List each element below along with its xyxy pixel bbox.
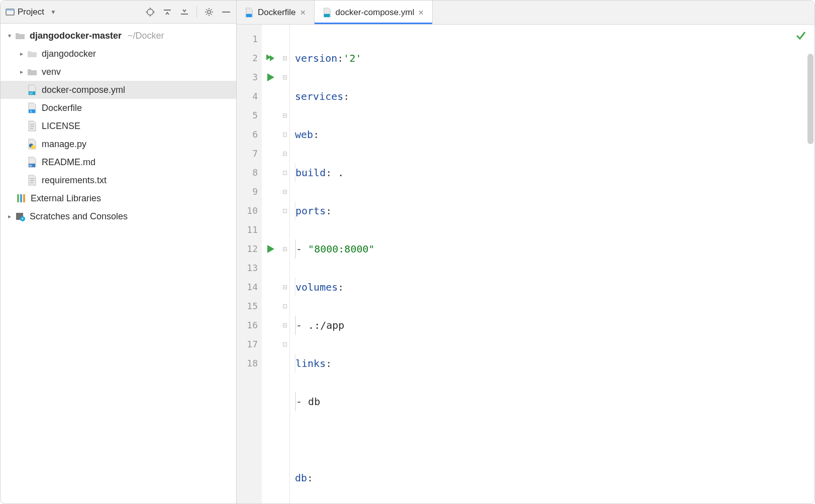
- tree-file-dockerfile[interactable]: D Dockerfile: [1, 99, 236, 117]
- line-number[interactable]: 12: [237, 239, 258, 259]
- hide-icon[interactable]: [221, 7, 231, 17]
- tab-label: Dockerfile: [258, 8, 296, 18]
- tab-docker-compose[interactable]: docker-compose.yml ✕: [315, 1, 433, 24]
- line-number[interactable]: 15: [237, 297, 258, 316]
- line-number-gutter[interactable]: 1 2 3 4 5 6 7 8 9 10 11 12 13 14 15 16 1…: [237, 25, 262, 503]
- svg-rect-27: [23, 194, 25, 202]
- line-number[interactable]: 16: [237, 316, 258, 335]
- fold-toggle-icon[interactable]: ⊟: [280, 239, 289, 259]
- chevron-down-icon: ▼: [50, 9, 56, 16]
- line-number[interactable]: 2: [237, 49, 258, 68]
- libraries-icon: [16, 193, 27, 204]
- editor-tabs: Dockerfile ✕ docker-compose.yml ✕: [237, 1, 814, 25]
- fold-end-icon[interactable]: ⊡: [280, 163, 289, 182]
- project-view-icon: [6, 8, 15, 17]
- svg-rect-1: [6, 9, 14, 11]
- scratches-icon: [15, 211, 26, 222]
- inspection-ok-icon[interactable]: [795, 30, 806, 41]
- close-icon[interactable]: ✕: [300, 9, 306, 17]
- run-services-icon[interactable]: [262, 49, 280, 68]
- line-number[interactable]: 14: [237, 278, 258, 297]
- sidebar-header: Project ▼: [1, 1, 236, 24]
- chevron-right-icon[interactable]: ▸: [17, 50, 27, 57]
- run-service-icon[interactable]: [262, 68, 280, 87]
- line-number[interactable]: 10: [237, 201, 258, 220]
- line-number[interactable]: 9: [237, 182, 258, 201]
- tree-item-label: README.md: [42, 157, 95, 168]
- svg-marker-33: [270, 55, 274, 61]
- sidebar-title-dropdown[interactable]: Project ▼: [6, 7, 56, 17]
- svg-text:MD: MD: [29, 164, 32, 167]
- text-file-icon: [27, 120, 38, 132]
- fold-end-icon[interactable]: ⊡: [280, 125, 289, 144]
- tree-external-libraries[interactable]: External Libraries: [1, 189, 236, 207]
- tree-root[interactable]: ▾ djangodocker-master ~/Docker: [1, 27, 236, 45]
- fold-toggle-icon[interactable]: ⊟: [280, 106, 289, 125]
- line-number[interactable]: 7: [237, 144, 258, 163]
- fold-end-icon[interactable]: ⊡: [280, 297, 289, 316]
- project-tree[interactable]: ▾ djangodocker-master ~/Docker ▸ djangod…: [1, 24, 236, 503]
- tree-folder-venv[interactable]: ▸ venv: [1, 63, 236, 81]
- line-number[interactable]: 8: [237, 163, 258, 182]
- line-number[interactable]: 17: [237, 335, 258, 354]
- chevron-right-icon[interactable]: ▸: [5, 213, 15, 220]
- line-number[interactable]: 18: [237, 354, 258, 373]
- chevron-right-icon[interactable]: ▸: [17, 68, 27, 75]
- tab-dockerfile[interactable]: Dockerfile ✕: [237, 1, 315, 24]
- tree-file-managepy[interactable]: manage.py: [1, 135, 236, 153]
- code-editor[interactable]: version: '2' services: web: build: . por…: [290, 25, 814, 503]
- docker-file-icon: D: [27, 102, 38, 113]
- svg-marker-35: [267, 245, 274, 253]
- tree-root-path: ~/Docker: [128, 31, 164, 41]
- fold-toggle-icon[interactable]: ⊟: [280, 316, 289, 335]
- svg-point-9: [208, 11, 211, 14]
- svg-rect-31: [324, 14, 330, 17]
- tree-item-label: LICENSE: [42, 121, 80, 132]
- dc-file-icon: DC: [27, 84, 38, 95]
- code-area: 1 2 3 4 5 6 7 8 9 10 11 12 13 14 15 16 1…: [237, 25, 814, 503]
- fold-toggle-icon[interactable]: ⊟: [280, 144, 289, 163]
- svg-text:DC: DC: [30, 91, 34, 95]
- fold-toggle-icon[interactable]: ⊟: [280, 278, 289, 297]
- line-number[interactable]: 13: [237, 259, 258, 278]
- collapse-all-icon[interactable]: [179, 7, 189, 17]
- svg-rect-10: [222, 12, 230, 13]
- line-number[interactable]: 3: [237, 68, 258, 87]
- md-file-icon: MD: [27, 157, 38, 168]
- svg-point-19: [31, 145, 35, 149]
- svg-rect-25: [17, 194, 19, 202]
- tree-folder-djangodocker[interactable]: ▸ djangodocker: [1, 45, 236, 63]
- tree-file-license[interactable]: LICENSE: [1, 117, 236, 135]
- dc-file-icon: [323, 8, 332, 18]
- svg-rect-30: [246, 14, 252, 17]
- svg-marker-34: [267, 73, 274, 81]
- vertical-scrollbar[interactable]: [807, 54, 813, 144]
- sidebar-title-label: Project: [18, 7, 44, 17]
- tab-label: docker-compose.yml: [336, 8, 415, 18]
- fold-end-icon[interactable]: ⊡: [280, 201, 289, 220]
- tree-item-label: Dockerfile: [42, 103, 82, 113]
- close-icon[interactable]: ✕: [418, 9, 424, 17]
- line-number[interactable]: 4: [237, 87, 258, 106]
- gear-icon[interactable]: [204, 7, 214, 17]
- line-number[interactable]: 5: [237, 106, 258, 125]
- fold-end-icon[interactable]: ⊡: [280, 335, 289, 354]
- line-number[interactable]: 1: [237, 30, 258, 49]
- fold-toggle-icon[interactable]: ⊟: [280, 182, 289, 201]
- py-file-icon: [27, 139, 38, 150]
- line-number[interactable]: 6: [237, 125, 258, 144]
- fold-toggle-icon[interactable]: ⊟: [280, 49, 289, 68]
- fold-toggle-icon[interactable]: ⊟: [280, 68, 289, 87]
- tree-file-docker-compose[interactable]: DC docker-compose.yml: [1, 81, 236, 99]
- project-sidebar: Project ▼ ▾ djangodocker-master ~/Docker…: [1, 1, 237, 503]
- tree-file-readme[interactable]: MD README.md: [1, 153, 236, 171]
- line-number[interactable]: 11: [237, 220, 258, 239]
- tree-file-requirements[interactable]: requirements.txt: [1, 171, 236, 189]
- folder-icon: [15, 30, 26, 41]
- chevron-down-icon[interactable]: ▾: [5, 32, 15, 39]
- tree-scratches[interactable]: ▸ Scratches and Consoles: [1, 207, 236, 225]
- expand-all-icon[interactable]: [162, 7, 172, 17]
- locate-icon[interactable]: [145, 7, 155, 17]
- run-service-icon[interactable]: [262, 239, 280, 259]
- docker-file-icon: [245, 8, 254, 18]
